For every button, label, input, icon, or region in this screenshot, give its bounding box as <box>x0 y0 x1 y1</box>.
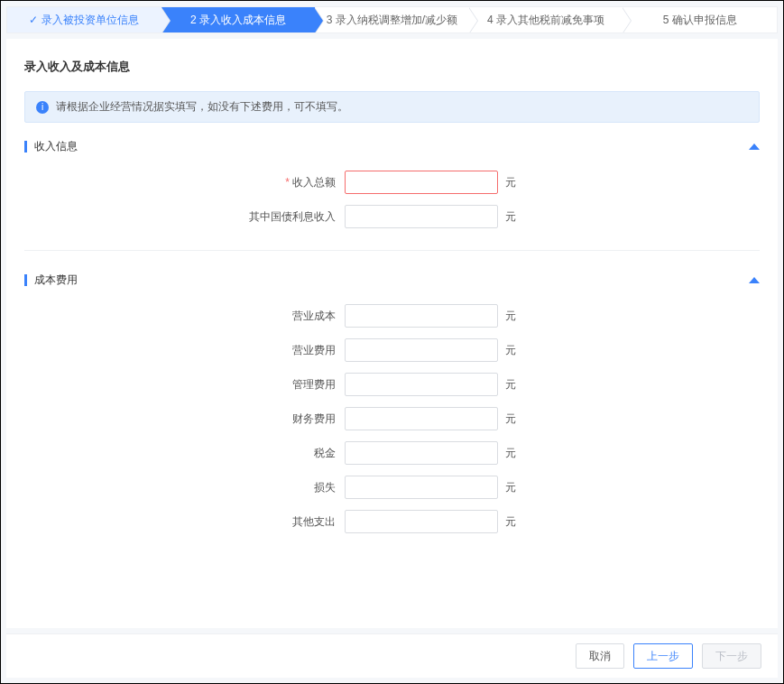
label-total-income: *收入总额 <box>24 175 345 190</box>
input-operating-expense[interactable] <box>345 338 498 362</box>
input-management-expense[interactable] <box>345 373 498 396</box>
step-label: 3 录入纳税调整增加/减少额 <box>327 13 457 28</box>
row-china-bond-interest: 其中国债利息收入 元 <box>24 205 760 228</box>
label-other-expense: 其他支出 <box>24 514 345 530</box>
input-total-income[interactable] <box>345 171 498 194</box>
alert-text: 请根据企业经营情况据实填写，如没有下述费用，可不填写。 <box>56 99 348 115</box>
label-operating-expense: 营业费用 <box>24 343 345 358</box>
step-5[interactable]: 5 确认申报信息 <box>623 7 777 32</box>
row-tax: 税金 元 <box>24 441 760 465</box>
label-loss: 损失 <box>24 480 345 495</box>
prev-button[interactable]: 上一步 <box>633 643 693 669</box>
unit-label: 元 <box>505 209 516 225</box>
section-bar-icon <box>24 141 27 153</box>
step-2[interactable]: 2 录入收入成本信息 <box>161 7 316 32</box>
unit-label: 元 <box>505 377 516 393</box>
page-title: 录入收入及成本信息 <box>24 59 760 75</box>
row-operating-cost: 营业成本 元 <box>24 304 760 328</box>
section-bar-icon <box>24 274 27 286</box>
input-finance-expense[interactable] <box>345 407 498 430</box>
input-loss[interactable] <box>345 476 498 499</box>
step-indicator: ✓ 录入被投资单位信息 2 录入收入成本信息 3 录入纳税调整增加/减少额 4 … <box>6 6 778 33</box>
section-title: 成本费用 <box>34 273 78 288</box>
label-china-bond-interest: 其中国债利息收入 <box>24 209 345 225</box>
row-total-income: *收入总额 元 <box>24 171 760 194</box>
input-tax[interactable] <box>345 441 498 465</box>
chevron-up-icon[interactable] <box>749 143 760 150</box>
row-other-expense: 其他支出 元 <box>24 510 760 533</box>
unit-label: 元 <box>505 343 516 358</box>
label-management-expense: 管理费用 <box>24 377 345 393</box>
step-label: 5 确认申报信息 <box>663 13 737 28</box>
section-header-income[interactable]: 收入信息 <box>24 139 760 154</box>
step-4[interactable]: 4 录入其他税前减免事项 <box>469 7 623 32</box>
input-china-bond-interest[interactable] <box>345 205 498 228</box>
label-finance-expense: 财务费用 <box>24 411 345 427</box>
section-title: 收入信息 <box>34 139 78 154</box>
unit-label: 元 <box>505 514 516 530</box>
section-divider <box>24 250 760 251</box>
unit-label: 元 <box>505 309 516 324</box>
input-operating-cost[interactable] <box>345 304 498 328</box>
label-operating-cost: 营业成本 <box>24 309 345 324</box>
row-finance-expense: 财务费用 元 <box>24 407 760 430</box>
step-3[interactable]: 3 录入纳税调整增加/减少额 <box>315 7 469 32</box>
input-other-expense[interactable] <box>345 510 498 533</box>
unit-label: 元 <box>505 175 516 190</box>
required-mark: * <box>285 176 290 189</box>
info-icon: i <box>36 101 49 114</box>
step-1[interactable]: ✓ 录入被投资单位信息 <box>7 7 161 32</box>
label-tax: 税金 <box>24 446 345 461</box>
unit-label: 元 <box>505 411 516 427</box>
chevron-up-icon[interactable] <box>749 277 760 283</box>
info-alert: i 请根据企业经营情况据实填写，如没有下述费用，可不填写。 <box>24 91 760 123</box>
check-icon: ✓ <box>29 14 38 26</box>
step-label: 2 录入收入成本信息 <box>190 13 286 28</box>
form-card: 录入收入及成本信息 i 请根据企业经营情况据实填写，如没有下述费用，可不填写。 … <box>6 39 778 628</box>
step-label: 4 录入其他税前减免事项 <box>487 13 604 28</box>
row-operating-expense: 营业费用 元 <box>24 338 760 362</box>
section-header-cost[interactable]: 成本费用 <box>24 273 760 288</box>
row-management-expense: 管理费用 元 <box>24 373 760 396</box>
step-label: 录入被投资单位信息 <box>42 13 139 28</box>
footer-actions: 取消 上一步 下一步 <box>6 633 778 678</box>
unit-label: 元 <box>505 446 516 461</box>
next-button[interactable]: 下一步 <box>702 643 761 669</box>
unit-label: 元 <box>505 480 516 495</box>
cancel-button[interactable]: 取消 <box>576 643 624 669</box>
row-loss: 损失 元 <box>24 476 760 499</box>
